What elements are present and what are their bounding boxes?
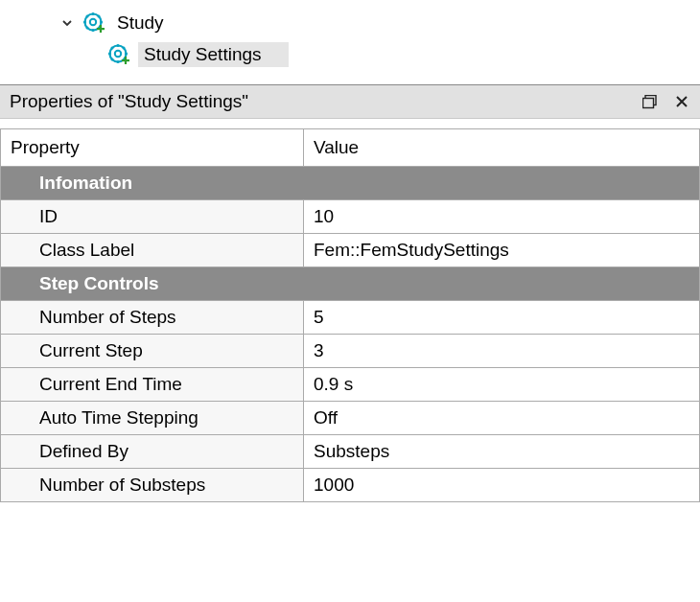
row-current-end-time[interactable]: Current End Time 0.9 s [1, 368, 700, 402]
prop-name: Number of Steps [1, 301, 304, 335]
tree-item-study-settings[interactable]: Study Settings [0, 38, 700, 71]
row-number-of-steps[interactable]: Number of Steps 5 [1, 301, 700, 335]
row-number-of-substeps[interactable]: Number of Substeps 1000 [1, 469, 700, 502]
prop-name: Number of Substeps [1, 469, 304, 502]
prop-name: Class Label [1, 234, 304, 267]
svg-point-12 [115, 51, 121, 57]
prop-value[interactable]: Fem::FemStudySettings [304, 234, 700, 267]
row-id[interactable]: ID 10 [1, 200, 700, 234]
row-auto-time-stepping[interactable]: Auto Time Stepping Off [1, 402, 700, 435]
svg-point-8 [86, 27, 89, 30]
svg-point-17 [111, 47, 114, 50]
properties-table: Property Value Infomation ID 10 Class La… [0, 128, 700, 502]
prop-value[interactable]: 1000 [304, 469, 700, 502]
section-information[interactable]: Infomation [1, 167, 700, 200]
svg-rect-21 [125, 57, 127, 64]
chevron-down-icon[interactable] [59, 15, 75, 31]
header-value: Value [304, 129, 700, 167]
svg-point-7 [98, 15, 101, 18]
section-step-controls[interactable]: Step Controls [1, 267, 700, 301]
svg-point-4 [83, 20, 86, 23]
prop-value[interactable]: 3 [304, 335, 700, 368]
tree-label-study-settings: Study Settings [138, 42, 289, 67]
tree-item-partial [0, 71, 700, 81]
gear-plus-icon [107, 43, 130, 66]
row-class-label[interactable]: Class Label Fem::FemStudySettings [1, 234, 700, 267]
section-title: Infomation [1, 167, 700, 200]
close-icon[interactable] [673, 93, 690, 110]
svg-point-19 [111, 58, 114, 61]
prop-value[interactable]: 0.9 s [304, 368, 700, 402]
svg-point-2 [91, 12, 94, 15]
prop-value[interactable]: 5 [304, 301, 700, 335]
prop-value[interactable]: Substeps [304, 435, 700, 469]
panel-header-actions [641, 93, 690, 110]
svg-point-15 [108, 52, 111, 55]
prop-name: ID [1, 200, 304, 234]
panel-title: Properties of "Study Settings" [10, 91, 641, 112]
properties-panel-header: Properties of "Study Settings" [0, 84, 700, 119]
gear-plus-icon [82, 12, 105, 35]
svg-point-5 [100, 20, 103, 23]
row-current-step[interactable]: Current Step 3 [1, 335, 700, 368]
section-title: Step Controls [1, 267, 700, 301]
svg-point-13 [116, 44, 119, 47]
svg-point-1 [90, 19, 96, 25]
row-defined-by[interactable]: Defined By Substeps [1, 435, 700, 469]
tree-item-study[interactable]: Study [0, 8, 700, 38]
svg-point-14 [116, 60, 119, 63]
float-panel-icon[interactable] [641, 93, 658, 110]
tree-panel: Study Study Settings [0, 0, 700, 84]
svg-point-16 [125, 52, 128, 55]
prop-name: Auto Time Stepping [1, 402, 304, 435]
prop-value[interactable]: Off [304, 402, 700, 435]
svg-rect-10 [100, 25, 102, 33]
tree-label-study: Study [113, 12, 168, 34]
table-header-row: Property Value [1, 129, 700, 167]
prop-name: Current End Time [1, 368, 304, 402]
prop-value[interactable]: 10 [304, 200, 700, 234]
svg-point-3 [91, 29, 94, 32]
prop-name: Current Step [1, 335, 304, 368]
header-property: Property [1, 129, 304, 167]
svg-rect-23 [642, 98, 653, 107]
prop-name: Defined By [1, 435, 304, 469]
svg-point-18 [123, 47, 126, 50]
svg-point-6 [86, 15, 89, 18]
